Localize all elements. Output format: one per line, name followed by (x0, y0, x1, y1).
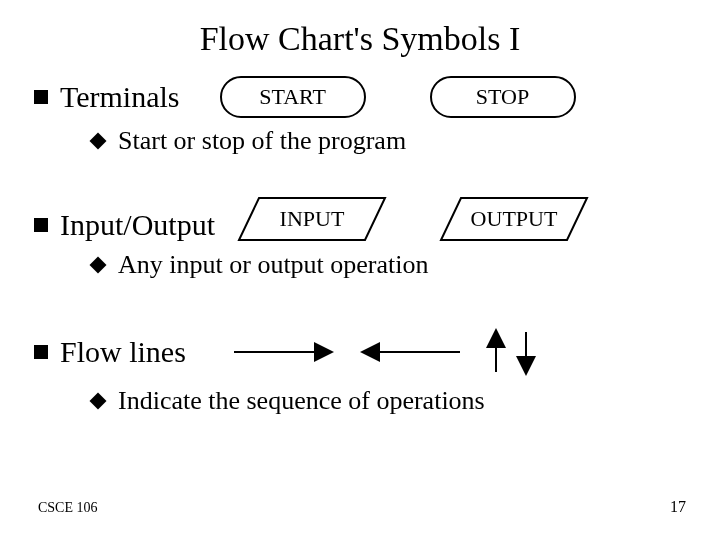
content-area: Terminals START STOP Start or stop of th… (0, 76, 720, 416)
io-description: Any input or output operation (92, 250, 686, 280)
diamond-bullet-icon (90, 257, 107, 274)
terminal-start-shape: START (220, 76, 366, 118)
diamond-bullet-icon (90, 393, 107, 410)
terminals-description: Start or stop of the program (92, 126, 686, 156)
page-title: Flow Chart's Symbols I (0, 0, 720, 76)
diamond-bullet-icon (90, 133, 107, 150)
terminal-start-label: START (259, 84, 326, 110)
heading-flow: Flow lines (34, 335, 186, 369)
parallelogram-input-shape: INPUT (237, 196, 387, 242)
parallelogram-output-shape: OUTPUT (439, 196, 589, 242)
flow-description-text: Indicate the sequence of operations (118, 386, 485, 416)
heading-io-label: Input/Output (60, 208, 215, 242)
heading-terminals-label: Terminals (60, 80, 180, 114)
section-terminals: Terminals START STOP Start or stop of th… (34, 76, 686, 156)
heading-terminals: Terminals (34, 80, 180, 114)
io-description-text: Any input or output operation (118, 250, 429, 280)
parallelogram-output-label: OUTPUT (471, 206, 558, 232)
section-flow: Flow lines Indicate the sequence of oper… (34, 326, 686, 416)
section-io: Input/Output INPUT OUTPUT Any (34, 196, 686, 280)
square-bullet-icon (34, 345, 48, 359)
terminal-stop-shape: STOP (430, 76, 576, 118)
parallelogram-input-label: INPUT (280, 206, 345, 232)
footer-course: CSCE 106 (38, 500, 98, 516)
flow-arrows-icon (212, 326, 542, 378)
heading-flow-label: Flow lines (60, 335, 186, 369)
footer-page-number: 17 (670, 498, 686, 516)
square-bullet-icon (34, 218, 48, 232)
heading-io: Input/Output (34, 208, 215, 242)
terminals-description-text: Start or stop of the program (118, 126, 406, 156)
terminal-stop-label: STOP (476, 84, 529, 110)
square-bullet-icon (34, 90, 48, 104)
flow-description: Indicate the sequence of operations (92, 386, 686, 416)
